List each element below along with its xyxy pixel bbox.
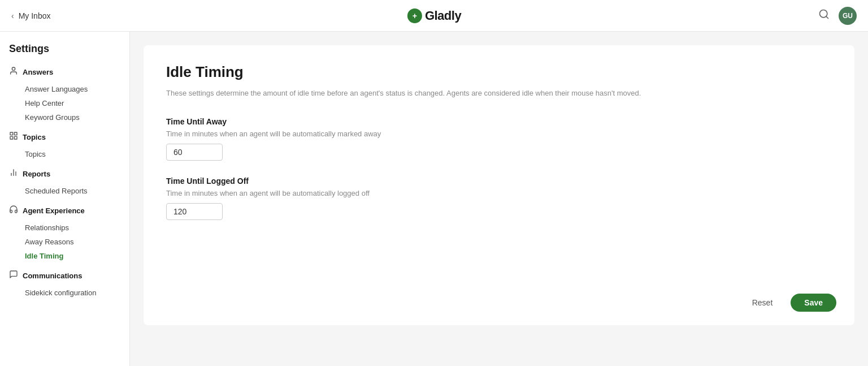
sidebar-title: Settings [9,43,129,55]
sidebar-section-header-reports[interactable]: Reports [9,166,129,182]
svg-rect-6 [14,132,17,135]
sidebar-section-answers: Answers Answer Languages Help Center Key… [9,64,129,124]
content-card: Idle Timing These settings determine the… [144,45,854,325]
time-until-away-sublabel: Time in minutes when an agent will be au… [166,130,832,138]
time-until-logged-off-input[interactable] [166,203,223,220]
chat-icon [9,270,18,281]
time-until-logged-off-label: Time Until Logged Off [166,176,832,186]
time-until-away-input[interactable] [166,144,223,161]
svg-rect-8 [10,136,13,139]
sidebar-item-help-center[interactable]: Help Center [9,96,129,110]
svg-rect-7 [14,136,17,139]
svg-line-3 [826,16,828,19]
card-footer: Reset Save [743,294,836,312]
sidebar-section-header-topics[interactable]: Topics [9,129,129,145]
sidebar-section-header-answers[interactable]: Answers [9,64,129,80]
sidebar-section-label-reports: Reports [23,170,50,178]
header-actions: GU [816,6,857,25]
chevron-left-icon: ‹ [11,11,14,20]
sidebar-section-label-communications: Communications [23,272,82,280]
headphones-icon [9,205,18,216]
gladly-logo-icon: + [407,8,423,24]
sidebar-section-reports: Reports Scheduled Reports [9,166,129,198]
time-until-away-label: Time Until Away [166,117,832,126]
page-description: These settings determine the amount of i… [166,88,832,99]
sidebar-section-agent-experience: Agent Experience Relationships Away Reas… [9,203,129,263]
page-title: Idle Timing [166,63,832,81]
header: ‹ My Inbox + Gladly GU [0,0,868,32]
sidebar-section-label-agent-experience: Agent Experience [23,206,85,215]
sidebar-section-header-communications[interactable]: Communications [9,268,129,283]
save-button[interactable]: Save [791,294,836,312]
back-button[interactable]: ‹ My Inbox [11,11,50,20]
time-until-logged-off-sublabel: Time in minutes when an agent will be au… [166,189,832,197]
sidebar-section-communications: Communications Sidekick configuration [9,268,129,300]
reset-button[interactable]: Reset [743,294,782,312]
sidebar-item-relationships[interactable]: Relationships [9,221,129,235]
body: Settings Answers Answer Languages Help C… [0,32,868,366]
sidebar: Settings Answers Answer Languages Help C… [0,32,130,366]
sidebar-section-header-agent-experience[interactable]: Agent Experience [9,203,129,218]
sidebar-item-sidekick-configuration[interactable]: Sidekick configuration [9,286,129,300]
sidebar-item-topics[interactable]: Topics [9,147,129,161]
logo-text: Gladly [425,8,461,23]
sidebar-section-topics: Topics Topics [9,129,129,161]
search-button[interactable] [816,6,832,25]
avatar[interactable]: GU [839,7,857,25]
field-group-time-until-logged-off: Time Until Logged Off Time in minutes wh… [166,176,832,220]
person-icon [9,66,18,77]
svg-text:+: + [413,11,417,20]
grid-icon [9,131,18,143]
sidebar-item-keyword-groups[interactable]: Keyword Groups [9,110,129,124]
search-icon [818,8,830,20]
sidebar-section-label-answers: Answers [23,68,53,76]
sidebar-item-scheduled-reports[interactable]: Scheduled Reports [9,184,129,198]
sidebar-item-answer-languages[interactable]: Answer Languages [9,82,129,96]
main-content: Idle Timing These settings determine the… [130,32,868,366]
logo: + Gladly [407,8,461,24]
sidebar-item-away-reasons[interactable]: Away Reasons [9,235,129,249]
sidebar-section-label-topics: Topics [23,133,46,141]
field-group-time-until-away: Time Until Away Time in minutes when an … [166,117,832,161]
bar-chart-icon [9,168,18,179]
svg-point-4 [12,67,15,70]
back-label: My Inbox [19,11,51,20]
sidebar-item-idle-timing[interactable]: Idle Timing [9,249,129,263]
svg-rect-5 [10,132,13,135]
